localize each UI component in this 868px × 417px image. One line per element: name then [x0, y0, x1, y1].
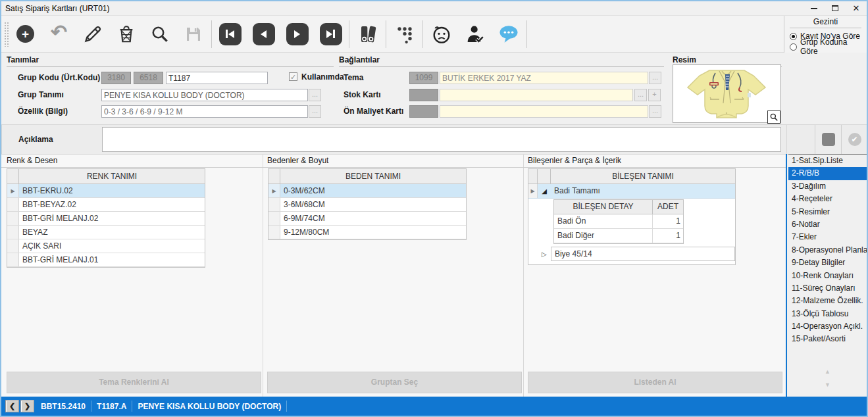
scroll-up-icon[interactable]: ▲	[825, 368, 830, 375]
renk-grid-header[interactable]: RENK TANIMI	[19, 169, 205, 184]
renk-row[interactable]: AÇIK SARI	[7, 239, 205, 253]
section-baglantilar: Bağlantılar	[339, 55, 664, 67]
stop-button[interactable]	[815, 125, 841, 154]
radio-grup-koduna-gore[interactable]: Grup Koduna Göre	[790, 41, 861, 52]
nav-last-button[interactable]	[314, 19, 347, 49]
sidebar-item-olcu-tablosu[interactable]: 13-Ölçü Tablosu	[788, 308, 868, 320]
minimize-button[interactable]	[804, 1, 825, 15]
grup-tanimi-browse-button[interactable]: ...	[309, 89, 321, 101]
sidebar-item-dagilim[interactable]: 3-Dağılım	[788, 180, 868, 193]
bilesen-grid-header[interactable]: BİLEŞEN TANIMI	[551, 169, 735, 184]
confirm-button[interactable]: ✔	[841, 125, 867, 154]
sidebar-item-operasyon-acikl[interactable]: 14-Operasyon Açıkl.	[788, 320, 868, 333]
grup-tanimi-input[interactable]	[101, 89, 308, 101]
bilesen-collapsed-row[interactable]: ▷ Biye 45/14	[538, 247, 735, 261]
ozellik-browse-button[interactable]: ...	[309, 105, 321, 118]
detail-header-name[interactable]: BİLEŞEN DETAY	[554, 200, 653, 214]
expand-icon[interactable]: ▷	[538, 247, 551, 261]
delete-button[interactable]	[109, 19, 143, 49]
detail-row[interactable]: Badi Diğer 1	[554, 229, 683, 243]
comment-button[interactable]	[492, 19, 525, 49]
sidebar-item-surec-onaylari[interactable]: 11-Süreç Onayları	[788, 282, 868, 295]
archive-button[interactable]	[351, 19, 384, 49]
renk-row[interactable]: BBT-GRİ MELANJ.02	[7, 212, 205, 226]
stok-karti-input[interactable]	[440, 89, 633, 101]
renk-row[interactable]: BBT-BEYAZ.02	[7, 198, 205, 212]
search-button[interactable]	[143, 19, 176, 49]
maximize-icon	[832, 5, 838, 11]
stok-karti-add-button[interactable]: +	[648, 89, 661, 101]
panel-separator	[263, 154, 263, 397]
scroll-down-icon[interactable]: ▼	[825, 381, 830, 388]
close-icon: ✕	[853, 4, 860, 12]
beden-grid-header[interactable]: BEDEN TANIMI	[280, 169, 466, 184]
sidebar-item-detay-bilgiler[interactable]: 9-Detay Bilgiler	[788, 257, 868, 269]
radio-icon	[790, 33, 797, 40]
sidebar-item-malzeme-ozellik[interactable]: 12-Malzeme Özellik.	[788, 295, 868, 307]
nav-first-button[interactable]	[213, 19, 247, 49]
add-button[interactable]: +	[9, 19, 42, 49]
bilesen-master-row[interactable]: ▶ ◢ Badi Tamamı	[528, 184, 735, 199]
tema-label: Tema	[344, 72, 363, 84]
beden-row[interactable]: 9-12M/80CM	[268, 226, 466, 239]
close-button[interactable]: ✕	[846, 1, 867, 15]
maximize-button[interactable]	[825, 1, 846, 15]
sidebar-item-notlar[interactable]: 6-Notlar	[788, 218, 868, 231]
listeden-al-button[interactable]: Listeden Al	[528, 372, 782, 393]
app-window: Satış Sipariş Kartları (URT01) ✕ + ↶	[0, 0, 868, 417]
tema-renklerini-al-button[interactable]: Tema Renklerini Al	[7, 372, 261, 393]
sidebar-item-receteler[interactable]: 4-Reçeteler	[788, 193, 868, 205]
main-toolbar: + ↶	[1, 16, 867, 53]
nav-last-icon	[320, 23, 342, 45]
undo-button[interactable]: ↶	[42, 19, 76, 49]
ozellik-input[interactable]	[101, 105, 308, 118]
toolbar-grip[interactable]	[4, 22, 9, 47]
status-bar: ❮ ❯ BBT15.2410 T1187.A PENYE KISA KOLLU …	[1, 397, 867, 416]
sidebar-item-sat-sip-liste[interactable]: 1-Sat.Sip.Liste	[788, 155, 868, 167]
gezinti-title: Gezinti	[790, 17, 861, 28]
renk-row[interactable]: ▶BBT-EKRU.02	[7, 184, 205, 198]
tema-code: 1099	[409, 72, 438, 84]
beden-row[interactable]: 6-9M/74CM	[268, 212, 466, 226]
kullanimda-checkbox[interactable]: ✓	[289, 72, 297, 81]
renk-row[interactable]: BEYAZ	[7, 226, 205, 239]
aciklama-textarea[interactable]	[102, 127, 781, 152]
collapse-icon[interactable]: ◢	[538, 184, 551, 198]
sidebar-item-renk-onaylari[interactable]: 10-Renk Onayları	[788, 270, 868, 282]
stok-karti-browse-button[interactable]: ...	[634, 89, 647, 101]
feedback-button[interactable]	[424, 19, 458, 49]
image-zoom-button[interactable]	[767, 110, 780, 124]
bilesen-detail-grid: BİLEŞEN DETAY ADET Badi Ön 1 Badi Diğer …	[553, 199, 684, 244]
edit-button[interactable]	[76, 19, 109, 49]
gruptan-sec-button[interactable]: Gruptan Seç	[267, 372, 522, 393]
sidebar-item-ekler[interactable]: 7-Ekler	[788, 231, 868, 243]
toolbar-separator	[422, 20, 423, 48]
section-tanimlar: Tanımlar	[7, 55, 334, 67]
save-button[interactable]	[176, 19, 210, 49]
detail-row[interactable]: Badi Ön 1	[554, 214, 683, 229]
status-prev-button[interactable]: ❮	[5, 400, 19, 412]
on-maliyet-browse-button[interactable]: ...	[649, 105, 661, 118]
user-approve-button[interactable]	[458, 19, 492, 49]
grup-kodu-input[interactable]	[166, 72, 268, 84]
sidebar-item-rbb[interactable]: 2-R/B/B	[788, 167, 868, 180]
grup-kodu-code1: 3180	[101, 72, 131, 84]
gezinti-group: Gezinti Kayıt No'ya Göre Grup Koduna Gör…	[784, 16, 867, 53]
nav-prev-button[interactable]	[247, 19, 280, 49]
aciklama-label: Açıklama	[18, 134, 53, 146]
sidebar-item-resimler[interactable]: 5-Resimler	[788, 206, 868, 218]
beden-row[interactable]: ▶0-3M/62CM	[268, 184, 466, 198]
sidebar-item-paket-asorti[interactable]: 15-Paket/Asorti	[788, 333, 868, 345]
tema-browse-button[interactable]: ...	[649, 72, 661, 84]
bilesen-grid: BİLEŞEN TANIMI ▶ ◢ Badi Tamamı BİLEŞEN D…	[528, 168, 736, 265]
dots-button[interactable]	[388, 19, 421, 49]
beden-row[interactable]: 3-6M/68CM	[268, 198, 466, 212]
on-maliyet-input[interactable]	[440, 105, 648, 118]
grup-kodu-code2: 6518	[134, 72, 163, 84]
renk-row[interactable]: BBT-GRİ MELANJ.01	[7, 253, 205, 267]
detail-header-qty[interactable]: ADET	[653, 200, 683, 214]
tema-input[interactable]	[440, 72, 648, 84]
status-next-button[interactable]: ❯	[20, 400, 34, 412]
sidebar-item-operasyonel-planlar[interactable]: 8-Operasyonel Planlar	[788, 244, 868, 257]
nav-next-button[interactable]	[280, 19, 314, 49]
